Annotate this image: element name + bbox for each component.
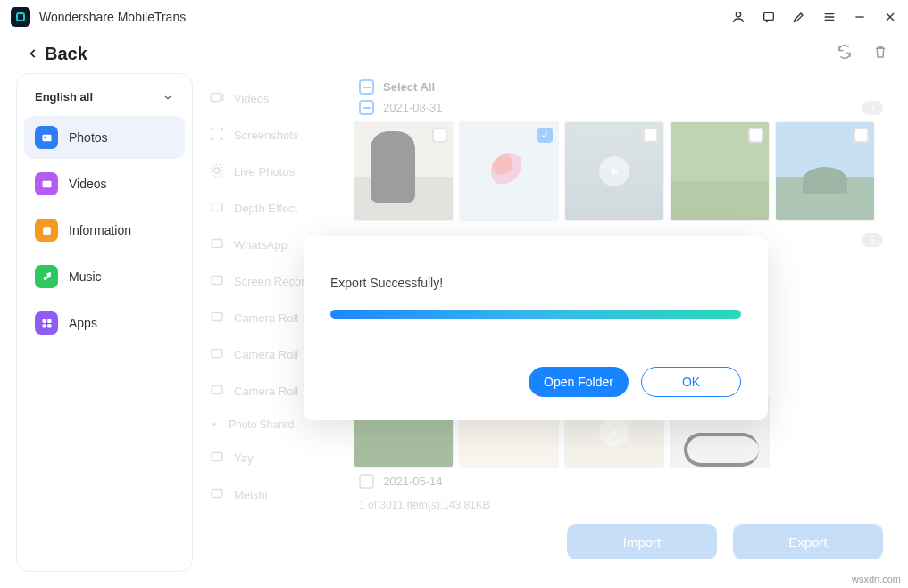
svg-rect-4 — [42, 180, 51, 187]
folder-item[interactable]: Depth Effect — [207, 190, 345, 227]
open-folder-button[interactable]: Open Folder — [529, 367, 629, 397]
language-label: English all — [35, 90, 93, 104]
group-date: 2021-05-14 — [383, 475, 443, 488]
group-date: 2021-08-31 — [383, 101, 443, 114]
folder-item[interactable]: Screenshots — [207, 117, 345, 153]
cameraroll-folder-icon — [209, 309, 225, 327]
video-folder-icon — [209, 89, 225, 108]
videos-icon — [35, 172, 58, 195]
svg-rect-19 — [212, 453, 222, 461]
minimize-icon[interactable] — [853, 10, 867, 24]
title-bar: Wondershare MobileTrans — [0, 0, 908, 34]
svg-point-11 — [214, 168, 220, 173]
progress-bar — [330, 310, 741, 319]
close-icon[interactable] — [883, 10, 897, 24]
app-title: Wondershare MobileTrans — [39, 10, 186, 24]
menu-icon[interactable] — [822, 10, 837, 24]
svg-rect-20 — [212, 490, 222, 498]
thumbnail-checkbox[interactable]: ✓ — [537, 128, 553, 143]
thumbnail-checkbox[interactable] — [748, 128, 763, 143]
select-all-checkbox[interactable] — [359, 79, 374, 95]
svg-rect-1 — [764, 12, 774, 20]
svg-point-3 — [44, 136, 46, 138]
back-button[interactable]: Back — [27, 44, 87, 64]
screenrec-folder-icon — [209, 272, 225, 291]
cameraroll-folder-icon — [209, 345, 225, 364]
watermark: wsxdn.com — [852, 574, 901, 584]
folder-item[interactable]: Live Photos — [207, 153, 345, 190]
livephoto-folder-icon — [209, 162, 225, 181]
photo-thumbnail[interactable] — [354, 121, 454, 221]
app-logo — [11, 7, 30, 27]
sidebar-item-label: Information — [69, 223, 131, 237]
sidebar-item-label: Music — [69, 269, 102, 284]
status-text: 1 of 3011 Item(s),143.81KB — [354, 492, 888, 518]
sidebar-item-label: Apps — [69, 316, 97, 330]
svg-rect-10 — [211, 94, 221, 102]
sidebar-item-information[interactable]: Information — [24, 209, 185, 252]
folder-item[interactable]: Videos — [207, 80, 345, 117]
depth-folder-icon — [209, 199, 225, 218]
svg-rect-17 — [212, 350, 222, 358]
thumbnail-checkbox[interactable] — [854, 128, 869, 143]
svg-rect-6 — [42, 319, 46, 322]
refresh-icon[interactable] — [837, 44, 853, 63]
thumbnail-row: ✓ — [354, 118, 888, 225]
svg-rect-8 — [42, 324, 46, 327]
back-row: Back — [0, 34, 908, 73]
sidebar-item-label: Photos — [69, 130, 108, 145]
ok-button[interactable]: OK — [641, 367, 741, 397]
apps-icon — [35, 311, 58, 335]
group-count-badge: 5 — [862, 101, 883, 115]
edit-icon[interactable] — [792, 10, 806, 24]
svg-rect-15 — [212, 277, 222, 285]
video-thumbnail[interactable] — [564, 121, 664, 221]
sidebar-item-photos[interactable]: Photos — [24, 116, 185, 159]
svg-rect-2 — [42, 134, 51, 141]
photo-thumbnail[interactable] — [670, 121, 770, 221]
caret-down-icon — [209, 419, 220, 430]
sidebar-item-label: Videos — [69, 177, 107, 191]
feedback-icon[interactable] — [762, 10, 776, 24]
photo-thumbnail[interactable] — [775, 121, 875, 221]
export-success-modal: Export Successfully! Open Folder OK — [304, 236, 768, 420]
folder-item[interactable]: Meishi — [207, 476, 345, 513]
delete-icon[interactable] — [872, 44, 888, 63]
svg-rect-18 — [212, 386, 222, 394]
whatsapp-folder-icon — [209, 236, 225, 254]
chevron-down-icon — [162, 91, 174, 104]
screenshot-folder-icon — [209, 126, 225, 145]
sidebar-item-apps[interactable]: Apps — [24, 302, 185, 344]
import-button[interactable]: Import — [567, 524, 717, 559]
group-checkbox[interactable] — [359, 100, 374, 115]
language-selector[interactable]: English all — [24, 85, 185, 116]
thumbnail-checkbox[interactable] — [432, 128, 447, 143]
sidebar-item-music[interactable]: Music — [24, 255, 185, 298]
sidebar-item-videos[interactable]: Videos — [24, 162, 185, 205]
music-icon — [35, 265, 58, 288]
folder-item[interactable]: Yay — [207, 440, 345, 476]
information-icon — [35, 219, 58, 242]
sidebar: English all Photos Videos Information Mu… — [16, 73, 193, 572]
svg-rect-9 — [47, 324, 51, 327]
play-icon — [599, 156, 629, 186]
thumbnail-checkbox[interactable] — [643, 128, 658, 143]
select-all-label: Select All — [383, 80, 435, 94]
photo-thumbnail[interactable]: ✓ — [459, 121, 559, 221]
svg-point-0 — [736, 12, 740, 17]
export-button[interactable]: Export — [733, 524, 883, 559]
group-count-badge: 5 — [862, 233, 883, 247]
svg-point-12 — [211, 164, 223, 177]
photos-icon — [35, 126, 58, 149]
back-label: Back — [45, 44, 87, 64]
shared-folder-icon — [209, 449, 225, 468]
play-icon — [599, 417, 629, 447]
group-checkbox[interactable] — [359, 474, 374, 489]
svg-rect-7 — [47, 319, 51, 322]
svg-rect-5 — [43, 227, 51, 235]
svg-rect-14 — [212, 240, 222, 248]
shared-folder-icon — [209, 485, 225, 504]
modal-title: Export Successfully! — [330, 276, 741, 290]
svg-rect-13 — [212, 203, 222, 211]
account-icon[interactable] — [731, 10, 746, 24]
